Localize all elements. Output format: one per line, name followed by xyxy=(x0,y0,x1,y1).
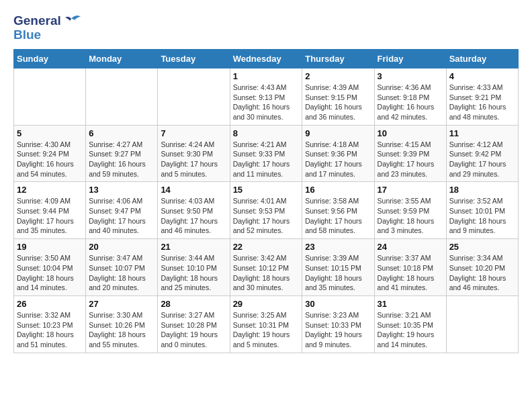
logo-blue-text: Blue xyxy=(13,28,41,42)
day-number: 28 xyxy=(161,299,226,309)
day-info: Sunrise: 4:33 AM Sunset: 9:21 PM Dayligh… xyxy=(449,83,515,122)
day-info: Sunrise: 4:06 AM Sunset: 9:47 PM Dayligh… xyxy=(89,196,154,236)
day-number: 20 xyxy=(89,242,154,252)
day-number: 16 xyxy=(305,185,371,195)
calendar-cell: 22Sunrise: 3:42 AM Sunset: 10:12 PM Dayl… xyxy=(230,239,302,296)
calendar-week-row: 5Sunrise: 4:30 AM Sunset: 9:24 PM Daylig… xyxy=(14,125,519,182)
calendar-cell: 21Sunrise: 3:44 AM Sunset: 10:10 PM Dayl… xyxy=(158,239,230,296)
calendar-cell xyxy=(14,68,86,125)
day-number: 23 xyxy=(305,242,371,252)
calendar-cell: 27Sunrise: 3:30 AM Sunset: 10:26 PM Dayl… xyxy=(86,295,158,353)
calendar-cell: 7Sunrise: 4:24 AM Sunset: 9:30 PM Daylig… xyxy=(158,125,230,182)
day-number: 31 xyxy=(378,299,443,309)
calendar-cell: 1Sunrise: 4:43 AM Sunset: 9:13 PM Daylig… xyxy=(230,68,302,125)
day-info: Sunrise: 4:15 AM Sunset: 9:39 PM Dayligh… xyxy=(378,140,443,179)
day-number: 13 xyxy=(89,185,154,195)
calendar-cell: 23Sunrise: 3:39 AM Sunset: 10:15 PM Dayl… xyxy=(302,239,374,296)
day-info: Sunrise: 4:43 AM Sunset: 9:13 PM Dayligh… xyxy=(233,83,300,122)
calendar-cell: 25Sunrise: 3:34 AM Sunset: 10:20 PM Dayl… xyxy=(446,239,518,296)
day-number: 12 xyxy=(17,185,83,195)
calendar-cell: 9Sunrise: 4:18 AM Sunset: 9:36 PM Daylig… xyxy=(302,125,374,182)
calendar-cell: 24Sunrise: 3:37 AM Sunset: 10:18 PM Dayl… xyxy=(374,239,446,296)
calendar-week-row: 1Sunrise: 4:43 AM Sunset: 9:13 PM Daylig… xyxy=(14,68,519,125)
calendar-cell xyxy=(158,68,230,125)
calendar-cell: 31Sunrise: 3:21 AM Sunset: 10:35 PM Dayl… xyxy=(374,295,446,353)
day-info: Sunrise: 3:58 AM Sunset: 9:56 PM Dayligh… xyxy=(305,196,371,236)
day-info: Sunrise: 4:24 AM Sunset: 9:30 PM Dayligh… xyxy=(161,140,226,179)
day-info: Sunrise: 4:12 AM Sunset: 9:42 PM Dayligh… xyxy=(449,140,515,179)
day-number: 24 xyxy=(378,242,443,252)
day-number: 21 xyxy=(161,242,226,252)
day-number: 15 xyxy=(233,185,300,195)
calendar-cell: 16Sunrise: 3:58 AM Sunset: 9:56 PM Dayli… xyxy=(302,182,374,239)
calendar-cell: 8Sunrise: 4:21 AM Sunset: 9:33 PM Daylig… xyxy=(230,125,302,182)
day-info: Sunrise: 3:44 AM Sunset: 10:10 PM Daylig… xyxy=(161,253,226,293)
calendar-cell: 29Sunrise: 3:25 AM Sunset: 10:31 PM Dayl… xyxy=(230,295,302,353)
day-info: Sunrise: 3:25 AM Sunset: 10:31 PM Daylig… xyxy=(233,310,300,350)
calendar-cell: 15Sunrise: 4:01 AM Sunset: 9:53 PM Dayli… xyxy=(230,182,302,239)
calendar-header-row: SundayMondayTuesdayWednesdayThursdayFrid… xyxy=(14,49,519,68)
weekday-header: Friday xyxy=(374,49,446,68)
day-info: Sunrise: 3:32 AM Sunset: 10:23 PM Daylig… xyxy=(17,310,83,350)
logo: General Blue xyxy=(13,13,81,42)
calendar-cell: 10Sunrise: 4:15 AM Sunset: 9:39 PM Dayli… xyxy=(374,125,446,182)
day-info: Sunrise: 4:21 AM Sunset: 9:33 PM Dayligh… xyxy=(233,140,300,179)
day-info: Sunrise: 3:50 AM Sunset: 10:04 PM Daylig… xyxy=(17,253,83,293)
day-info: Sunrise: 4:27 AM Sunset: 9:27 PM Dayligh… xyxy=(89,140,154,179)
day-info: Sunrise: 4:30 AM Sunset: 9:24 PM Dayligh… xyxy=(17,140,83,179)
calendar-cell: 18Sunrise: 3:52 AM Sunset: 10:01 PM Dayl… xyxy=(446,182,518,239)
calendar-cell xyxy=(446,295,518,353)
day-info: Sunrise: 3:21 AM Sunset: 10:35 PM Daylig… xyxy=(378,310,443,350)
day-number: 27 xyxy=(89,299,154,309)
logo-general-text: General xyxy=(13,14,61,28)
day-number: 8 xyxy=(233,128,300,138)
day-info: Sunrise: 3:55 AM Sunset: 9:59 PM Dayligh… xyxy=(378,196,443,236)
weekday-header: Tuesday xyxy=(158,49,230,68)
day-number: 18 xyxy=(449,185,515,195)
calendar-cell: 17Sunrise: 3:55 AM Sunset: 9:59 PM Dayli… xyxy=(374,182,446,239)
calendar-cell: 20Sunrise: 3:47 AM Sunset: 10:07 PM Dayl… xyxy=(86,239,158,296)
day-info: Sunrise: 3:27 AM Sunset: 10:28 PM Daylig… xyxy=(161,310,226,350)
weekday-header: Wednesday xyxy=(230,49,302,68)
day-number: 30 xyxy=(305,299,371,309)
day-info: Sunrise: 4:36 AM Sunset: 9:18 PM Dayligh… xyxy=(378,83,443,122)
day-info: Sunrise: 4:39 AM Sunset: 9:15 PM Dayligh… xyxy=(305,83,371,122)
calendar-week-row: 19Sunrise: 3:50 AM Sunset: 10:04 PM Dayl… xyxy=(14,239,519,296)
day-number: 6 xyxy=(89,128,154,138)
day-number: 1 xyxy=(233,71,300,81)
day-number: 22 xyxy=(233,242,300,252)
calendar-cell: 6Sunrise: 4:27 AM Sunset: 9:27 PM Daylig… xyxy=(86,125,158,182)
day-info: Sunrise: 4:09 AM Sunset: 9:44 PM Dayligh… xyxy=(17,196,83,236)
calendar-cell: 26Sunrise: 3:32 AM Sunset: 10:23 PM Dayl… xyxy=(14,295,86,353)
calendar-cell: 28Sunrise: 3:27 AM Sunset: 10:28 PM Dayl… xyxy=(158,295,230,353)
day-info: Sunrise: 3:42 AM Sunset: 10:12 PM Daylig… xyxy=(233,253,300,293)
calendar-cell: 2Sunrise: 4:39 AM Sunset: 9:15 PM Daylig… xyxy=(302,68,374,125)
day-number: 17 xyxy=(378,185,443,195)
calendar-cell: 3Sunrise: 4:36 AM Sunset: 9:18 PM Daylig… xyxy=(374,68,446,125)
calendar-cell xyxy=(86,68,158,125)
day-number: 5 xyxy=(17,128,83,138)
calendar-cell: 30Sunrise: 3:23 AM Sunset: 10:33 PM Dayl… xyxy=(302,295,374,353)
weekday-header: Thursday xyxy=(302,49,374,68)
day-number: 4 xyxy=(449,71,515,81)
day-number: 10 xyxy=(378,128,443,138)
day-number: 26 xyxy=(17,299,83,309)
day-info: Sunrise: 3:34 AM Sunset: 10:20 PM Daylig… xyxy=(449,253,515,293)
calendar-cell: 14Sunrise: 4:03 AM Sunset: 9:50 PM Dayli… xyxy=(158,182,230,239)
calendar-table: SundayMondayTuesdayWednesdayThursdayFrid… xyxy=(13,49,519,353)
day-info: Sunrise: 4:01 AM Sunset: 9:53 PM Dayligh… xyxy=(233,196,300,236)
calendar-cell: 19Sunrise: 3:50 AM Sunset: 10:04 PM Dayl… xyxy=(14,239,86,296)
day-info: Sunrise: 4:18 AM Sunset: 9:36 PM Dayligh… xyxy=(305,140,371,179)
day-number: 29 xyxy=(233,299,300,309)
day-number: 11 xyxy=(449,128,515,138)
day-number: 7 xyxy=(161,128,226,138)
calendar-cell: 12Sunrise: 4:09 AM Sunset: 9:44 PM Dayli… xyxy=(14,182,86,239)
calendar-cell: 4Sunrise: 4:33 AM Sunset: 9:21 PM Daylig… xyxy=(446,68,518,125)
day-info: Sunrise: 3:39 AM Sunset: 10:15 PM Daylig… xyxy=(305,253,371,293)
calendar-week-row: 26Sunrise: 3:32 AM Sunset: 10:23 PM Dayl… xyxy=(14,295,519,353)
weekday-header: Sunday xyxy=(14,49,86,68)
day-info: Sunrise: 4:03 AM Sunset: 9:50 PM Dayligh… xyxy=(161,196,226,236)
day-number: 2 xyxy=(305,71,371,81)
day-info: Sunrise: 3:52 AM Sunset: 10:01 PM Daylig… xyxy=(449,196,515,236)
day-number: 19 xyxy=(17,242,83,252)
